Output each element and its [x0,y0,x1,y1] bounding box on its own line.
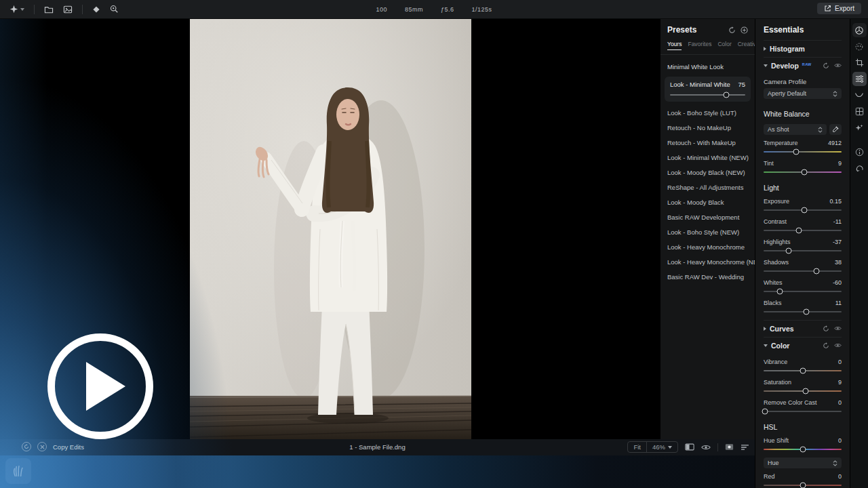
slider-track[interactable] [764,151,842,152]
slider-thumb[interactable] [801,207,807,214]
white-balance-dropdown[interactable]: As Shot [764,124,827,135]
presets-tabs: Yours Favorites Color Creative Retouch [660,39,755,55]
preset-item[interactable]: Look - Moody Black (NEW) [660,165,755,180]
preset-item[interactable]: Retouch - No MakeUp [660,120,755,135]
slider-thumb[interactable] [803,388,809,394]
exif-focal-length: 85mm [405,6,423,13]
slider-thumb[interactable] [814,268,820,274]
preset-item[interactable]: Retouch - With MakeUp [660,135,755,150]
tab-creative[interactable]: Creative [738,41,755,50]
preset-item[interactable]: Basic RAW Dev - Wedding [660,269,755,284]
color-visibility-eye-icon[interactable] [834,342,842,349]
curves-section-header[interactable]: Curves [764,320,842,337]
develop-section-header[interactable]: Develop RAW [764,57,842,74]
slider-track[interactable] [764,230,842,231]
slider-track[interactable] [764,171,842,173]
slider-thumb[interactable] [800,483,806,488]
presets-panel: Presets Yours Favorites Color Creative R… [660,19,755,439]
grid-view-button[interactable] [852,104,867,119]
color-wheel-tool-button[interactable] [852,23,867,37]
color-reset-icon[interactable] [823,342,829,349]
reshape-tool-button[interactable] [852,88,867,102]
open-folder-button[interactable] [44,5,54,14]
slider-thumb[interactable] [795,228,802,234]
adjustments-tool-button[interactable] [852,72,867,86]
slider-remove-color-cast: Remove Color Cast0 [764,399,842,412]
slider-thumb[interactable] [800,368,806,374]
history-undo-icon [855,165,864,173]
preset-item[interactable]: Look - Boho Style (LUT) [660,105,755,120]
history-button[interactable] [852,161,867,176]
preset-item[interactable]: Look - Moody Black [660,195,755,209]
presets-sparkle-button[interactable] [9,5,24,14]
preset-item[interactable]: Look - Boho Style (NEW) [660,224,755,239]
add-preset-icon[interactable] [741,26,748,34]
zoom-value: 46% [652,443,665,451]
color-section-header[interactable]: Color [764,337,842,354]
develop-reset-icon[interactable] [823,62,829,69]
before-after-button[interactable] [685,443,694,451]
slider-thumb[interactable] [793,149,800,155]
info-icon [855,148,864,157]
preset-item[interactable]: Look - Heavy Monochrome [660,239,755,254]
slider-track[interactable] [764,209,842,211]
slider-value: 0 [838,359,842,365]
slider-thumb[interactable] [762,409,768,415]
play-button[interactable] [47,333,153,439]
crop-tool-button[interactable] [852,56,867,70]
export-button[interactable]: Export [817,3,861,14]
slider-track[interactable] [764,485,842,486]
quick-preview-eye-button[interactable] [701,444,711,451]
preset-group-title[interactable]: Minimal White Look [660,55,755,73]
slider-thumb[interactable] [800,447,806,453]
slider-track[interactable] [764,370,842,371]
tab-yours[interactable]: Yours [667,41,682,50]
preset-amount-slider[interactable] [670,94,745,96]
zoom-tool-button[interactable] [110,5,119,14]
face-tools-button[interactable] [852,39,867,54]
preset-slider-thumb[interactable] [724,92,730,98]
develop-visibility-eye-icon[interactable] [834,62,842,69]
slider-track[interactable] [764,291,842,292]
slider-temperature: Temperature4912 [764,140,842,152]
photo-canvas[interactable] [190,19,471,439]
essentials-panel: Essentials Histogram Develop RAW Camera … [755,19,850,488]
enhance-tool-button[interactable] [852,121,867,135]
preset-item[interactable]: Look - Minimal White (NEW) [660,150,755,165]
zoom-level-dropdown[interactable]: 46% [647,442,677,452]
slider-track[interactable] [764,250,842,251]
preset-item[interactable]: Look - Heavy Monochrome (NEW) [660,254,755,269]
tab-favorites[interactable]: Favorites [688,41,711,50]
slider-track[interactable] [764,411,842,412]
selected-preset-card[interactable]: Look - Minimal White 75 [665,77,751,102]
slider-thumb[interactable] [785,248,791,254]
slider-thumb[interactable] [801,169,807,176]
presets-reset-icon[interactable] [728,26,736,34]
fit-button[interactable]: Fit [628,442,646,452]
slider-track[interactable] [764,449,842,450]
curves-visibility-eye-icon[interactable] [834,325,842,332]
slider-label: Vibrance [764,359,787,365]
chevron-updown-icon [833,460,837,466]
info-button[interactable] [852,145,867,159]
slider-thumb[interactable] [777,289,783,295]
catalog-button[interactable] [63,5,73,14]
slider-label: Temperature [764,140,798,146]
slider-thumb[interactable] [804,309,810,315]
slider-contrast: Contrast-11 [764,218,842,231]
white-balance-eyedropper-button[interactable] [829,124,842,135]
preset-item[interactable]: ReShape - All Adjustments [660,180,755,195]
slider-track[interactable] [764,390,842,392]
hsl-mode-dropdown[interactable]: Hue [764,458,842,468]
curves-reset-icon[interactable] [823,325,829,332]
camera-profile-dropdown[interactable]: Aperty Default [764,88,842,99]
clipping-preview-button[interactable] [725,443,734,451]
edits-list-button[interactable] [741,444,749,451]
slider-track[interactable] [764,311,842,312]
slider-value: 0 [838,473,842,480]
preset-item[interactable]: Basic RAW Development [660,209,755,224]
histogram-section-header[interactable]: Histogram [764,40,842,57]
tab-color[interactable]: Color [717,41,731,50]
diamond-tool-button[interactable] [92,5,100,14]
slider-track[interactable] [764,270,842,272]
